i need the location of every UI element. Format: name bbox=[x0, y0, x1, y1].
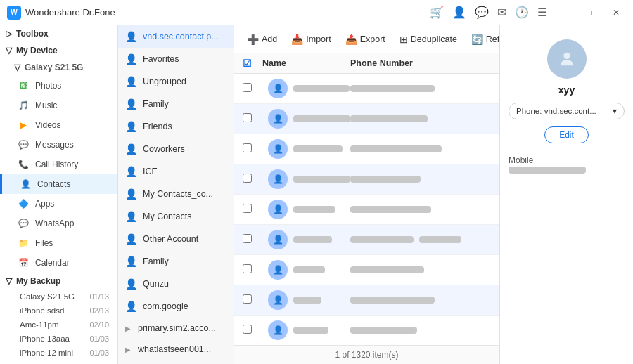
profile-icon[interactable]: 👤 bbox=[452, 6, 466, 19]
backup-amc-11pm[interactable]: Amc-11pm 02/10 bbox=[0, 318, 117, 332]
backup-iphone-12-mini[interactable]: iPhone 12 mini 01/03 bbox=[0, 346, 117, 360]
group-family[interactable]: 👤 Family bbox=[118, 93, 234, 115]
select-all-checkbox[interactable]: ☑ bbox=[243, 58, 252, 69]
table-row[interactable]: 👤 bbox=[234, 104, 499, 134]
menu-icon[interactable]: ☰ bbox=[537, 6, 547, 19]
checkbox[interactable] bbox=[243, 264, 252, 273]
detail-phone-dropdown[interactable]: Phone: vnd.sec.cont... ▾ bbox=[509, 103, 625, 119]
calendar-icon: 📅 bbox=[17, 256, 30, 269]
table-row[interactable]: 👤 bbox=[234, 285, 499, 316]
group-ungrouped[interactable]: 👤 Ungrouped bbox=[118, 70, 234, 93]
table-row[interactable]: 👤 bbox=[234, 255, 499, 285]
contact-name-blurred bbox=[293, 145, 343, 152]
sidebar-item-photos[interactable]: 🖼 Photos bbox=[0, 76, 117, 96]
row-checkbox[interactable] bbox=[243, 294, 262, 306]
whatsapp-icon: 💬 bbox=[17, 217, 30, 230]
table-row[interactable]: 👤 bbox=[234, 164, 499, 195]
group-friends[interactable]: 👤 Friends bbox=[118, 115, 234, 138]
sidebar-item-files[interactable]: 📁 Files bbox=[0, 233, 117, 253]
row-checkbox[interactable] bbox=[243, 174, 262, 185]
checkbox[interactable] bbox=[243, 325, 252, 334]
group-my-contacts[interactable]: 👤 My Contacts bbox=[118, 205, 234, 228]
checkbox[interactable] bbox=[243, 113, 252, 122]
row-checkbox[interactable] bbox=[243, 83, 262, 94]
checkbox[interactable] bbox=[243, 143, 252, 152]
group-coworkers[interactable]: 👤 Coworkers bbox=[118, 138, 234, 160]
add-button[interactable]: ➕ Add bbox=[241, 31, 283, 48]
import-button[interactable]: 📥 Import bbox=[286, 31, 336, 48]
sidebar-item-music[interactable]: 🎵 Music bbox=[0, 96, 117, 115]
backup-iphone-sdsd[interactable]: iPhone sdsd 02/13 bbox=[0, 304, 117, 318]
deduplicate-label: Deduplicate bbox=[411, 34, 457, 44]
detail-edit-button[interactable]: Edit bbox=[544, 126, 589, 143]
dropdown-chevron: ▾ bbox=[613, 106, 617, 116]
group-other-account[interactable]: 👤 Other Account bbox=[118, 228, 234, 250]
mail-icon[interactable]: ✉ bbox=[497, 6, 506, 19]
group-whatlastseen[interactable]: ▶ whatlastseen001... bbox=[118, 339, 234, 360]
row-checkbox[interactable] bbox=[243, 234, 262, 245]
sidebar-item-calendar[interactable]: 📅 Calendar bbox=[0, 253, 117, 273]
sidebar-item-messages[interactable]: 💬 Messages bbox=[0, 135, 117, 155]
export-button[interactable]: 📤 Export bbox=[340, 31, 391, 48]
table-row[interactable]: 👤 bbox=[234, 134, 499, 164]
group-primary-sim2[interactable]: ▶ primary.sim2.acco... bbox=[118, 318, 234, 339]
coworkers-label: Coworkers bbox=[143, 144, 185, 154]
table-row[interactable]: 👤 bbox=[234, 225, 499, 255]
group-qunzu[interactable]: 👤 Qunzu bbox=[118, 273, 234, 295]
sidebar-item-contacts[interactable]: 👤 Contacts bbox=[0, 174, 117, 194]
close-button[interactable]: ✕ bbox=[606, 5, 626, 20]
checkbox[interactable] bbox=[243, 174, 252, 183]
maximize-button[interactable]: □ bbox=[584, 5, 603, 20]
phone-blurred bbox=[350, 206, 431, 213]
deduplicate-icon: ⊞ bbox=[399, 34, 408, 45]
sidebar-item-apps[interactable]: 🔷 Apps bbox=[0, 194, 117, 214]
checkbox[interactable] bbox=[243, 234, 252, 243]
history-icon[interactable]: 🕐 bbox=[515, 6, 529, 19]
sidebar-item-call-history[interactable]: 📞 Call History bbox=[0, 155, 117, 174]
family-label: Family bbox=[143, 99, 169, 109]
row-checkbox[interactable] bbox=[243, 264, 262, 275]
cart-icon[interactable]: 🛒 bbox=[430, 6, 444, 19]
contacts-toolbar: ➕ Add 📥 Import 📤 Export ⊞ Deduplicate 🔄 … bbox=[234, 25, 499, 53]
checkbox[interactable] bbox=[243, 294, 252, 304]
sidebar-item-whatsapp[interactable]: 💬 WhatsApp bbox=[0, 214, 117, 233]
row-checkbox[interactable] bbox=[243, 325, 262, 336]
group-ice[interactable]: 👤 ICE bbox=[118, 160, 234, 183]
group-family2[interactable]: 👤 Family bbox=[118, 250, 234, 273]
row-checkbox[interactable] bbox=[243, 204, 262, 215]
my-device-section[interactable]: ▽ My Device bbox=[0, 42, 117, 59]
group-vnd[interactable]: 👤 vnd.sec.contact.p... bbox=[118, 25, 234, 48]
row-checkbox[interactable] bbox=[243, 113, 262, 124]
vnd-label: vnd.sec.contact.p... bbox=[143, 32, 219, 41]
import-label: Import bbox=[306, 34, 331, 44]
header-phone: Phone Number bbox=[350, 58, 491, 68]
minimize-button[interactable]: — bbox=[561, 5, 581, 20]
my-backup-section[interactable]: ▽ My Backup bbox=[0, 273, 117, 290]
ice-icon: 👤 bbox=[125, 166, 137, 177]
chat-icon[interactable]: 💬 bbox=[475, 6, 489, 19]
backup-amc-11pm-label: Amc-11pm bbox=[20, 320, 59, 329]
group-com-google[interactable]: 👤 com.google bbox=[118, 295, 234, 318]
table-row[interactable]: 👤 bbox=[234, 74, 499, 104]
device-section[interactable]: ▽ Galaxy S21 5G bbox=[0, 59, 117, 76]
table-row[interactable]: 👤 bbox=[234, 195, 499, 225]
app-logo: W bbox=[7, 6, 21, 20]
group-my-contacts-co[interactable]: 👤 My Contacts_co... bbox=[118, 183, 234, 205]
backup-iphone-13aaa[interactable]: iPhone 13aaa 01/03 bbox=[0, 332, 117, 346]
table-row[interactable]: 👤 bbox=[234, 316, 499, 345]
contact-name-wrap: 👤 bbox=[262, 139, 350, 159]
backup-samsung[interactable]: SAMSUNG SM-... 01/03 bbox=[0, 360, 117, 364]
deduplicate-button[interactable]: ⊞ Deduplicate bbox=[394, 31, 463, 48]
checkbox[interactable] bbox=[243, 204, 252, 213]
device-name: Galaxy S21 5G bbox=[25, 63, 83, 72]
group-favorites[interactable]: 👤 Favorites bbox=[118, 48, 234, 70]
row-checkbox[interactable] bbox=[243, 143, 262, 155]
contact-name-blurred bbox=[293, 236, 332, 243]
backup-iphone-13aaa-date: 01/03 bbox=[89, 334, 109, 343]
ungrouped-icon: 👤 bbox=[125, 76, 137, 87]
checkbox[interactable] bbox=[243, 83, 252, 92]
sidebar-item-videos[interactable]: ▶ Videos bbox=[0, 115, 117, 135]
contact-phone bbox=[350, 114, 491, 124]
backup-galaxy-s21[interactable]: Galaxy S21 5G 01/13 bbox=[0, 290, 117, 304]
toolbox-section[interactable]: ▷ Toolbox bbox=[0, 25, 117, 42]
